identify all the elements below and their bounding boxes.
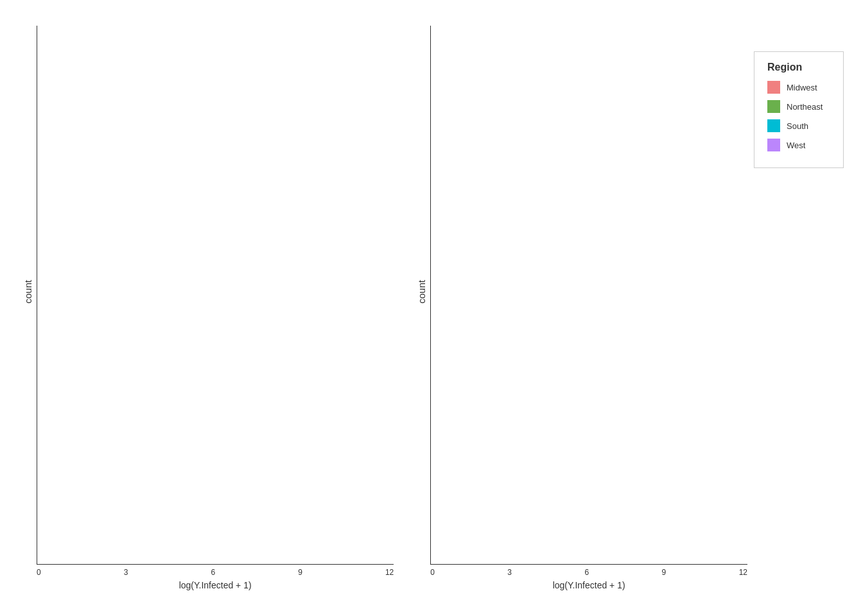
legend-item-label: Northeast [787,102,823,112]
x-tick: 9 [298,568,302,577]
svg-rect-65 [617,26,639,123]
svg-rect-19 [305,499,329,564]
svg-rect-67 [643,402,665,456]
svg-rect-61 [591,150,613,273]
svg-rect-40 [462,562,484,563]
svg-rect-60 [591,273,613,424]
legend-item: Midwest [767,81,830,94]
left-x-axis: 036912 [37,565,394,577]
right-plot-area: 0250500750 [430,26,747,565]
legend-item: Northeast [767,100,830,113]
svg-rect-56 [566,424,588,489]
x-tick: 12 [385,568,394,577]
legend-color-swatch [767,119,780,132]
legend-item-label: South [787,121,808,131]
svg-rect-14 [159,483,184,564]
svg-rect-70 [669,548,691,564]
legend-item: South [767,119,830,132]
x-tick: 0 [37,568,41,577]
legend-box: Region Midwest Northeast South West [754,51,844,168]
svg-rect-43 [488,561,510,564]
legend-color-swatch [767,100,780,113]
svg-rect-52 [539,510,561,537]
right-y-axis-label: count [413,26,430,558]
svg-rect-11 [72,559,96,564]
legend-item-label: West [787,141,805,150]
svg-rect-16 [218,262,242,564]
svg-rect-48 [514,542,536,558]
x-tick: 6 [584,568,589,577]
svg-rect-47 [514,559,536,561]
svg-rect-51 [539,537,561,548]
svg-rect-76 [695,559,717,561]
svg-rect-62 [617,402,639,564]
svg-rect-13 [130,537,155,564]
legend-color-swatch [767,81,780,94]
right-chart-inner: 0250500750 036912 log(Y.Infected + 1) [430,26,747,590]
left-chart-inner: 0250500750 036912 log(Y.Infected + 1) [37,26,394,590]
svg-rect-64 [617,123,639,295]
svg-rect-68 [643,273,665,402]
x-tick: 9 [662,568,667,577]
svg-rect-42 [462,560,484,561]
svg-rect-73 [669,499,691,510]
svg-rect-53 [539,489,561,511]
svg-rect-36 [436,537,458,564]
svg-rect-55 [566,489,588,511]
svg-rect-38 [436,483,458,494]
svg-rect-74 [695,563,717,564]
svg-rect-46 [514,561,536,564]
svg-rect-41 [462,561,484,562]
left-y-axis-label: count [19,26,37,558]
svg-rect-49 [514,537,536,542]
right-x-axis: 036912 [430,565,747,577]
svg-rect-20 [335,559,359,564]
page-container: count 0250500750 036912 log(Y.Infected +… [0,0,863,616]
svg-rect-75 [695,560,717,563]
x-tick: 3 [124,568,128,577]
svg-rect-37 [436,494,458,537]
svg-rect-63 [617,295,639,403]
svg-rect-44 [488,559,510,561]
right-chart-with-legend: count 0250500750 036912 log(Y.Infected +… [413,26,844,590]
x-tick: 6 [211,568,215,577]
svg-rect-10 [43,478,67,564]
left-x-axis-label: log(Y.Infected + 1) [37,580,394,590]
svg-rect-54 [566,510,588,564]
svg-rect-72 [669,510,691,542]
charts-wrapper: count 0250500750 036912 log(Y.Infected +… [13,13,850,603]
svg-rect-71 [669,542,691,547]
svg-rect-45 [488,556,510,558]
right-x-axis-label: log(Y.Infected + 1) [430,580,747,590]
legend-title: Region [767,62,830,73]
x-tick: 3 [507,568,512,577]
x-tick: 12 [739,568,747,577]
svg-rect-18 [276,235,301,564]
left-chart-svg: 0250500750 [37,26,394,564]
svg-rect-66 [643,456,665,564]
svg-rect-50 [539,548,561,564]
right-chart-area: count 0250500750 036912 log(Y.Infected +… [413,26,747,590]
svg-rect-59 [591,424,613,467]
legend-item: West [767,139,830,151]
x-tick: 0 [430,568,435,577]
svg-rect-57 [566,413,588,424]
svg-rect-39 [462,563,484,564]
right-chart-svg: 0250500750 [431,26,747,564]
legend-item-label: Midwest [787,83,817,92]
legend-items-container: Midwest Northeast South West [767,81,830,158]
left-chart-area: count 0250500750 036912 log(Y.Infected +… [19,26,394,590]
svg-rect-15 [189,435,213,564]
svg-rect-17 [247,26,272,564]
svg-rect-58 [591,467,613,564]
legend-color-swatch [767,139,780,151]
left-plot-area: 0250500750 [37,26,394,565]
svg-rect-69 [643,235,665,273]
